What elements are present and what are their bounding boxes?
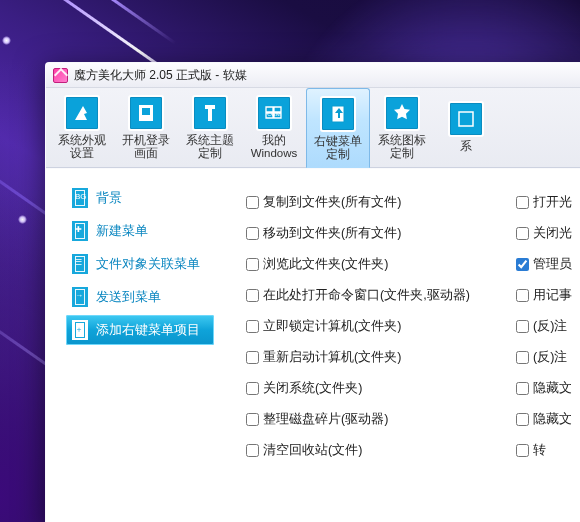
tab-appearance[interactable]: 系统外观 设置 bbox=[50, 87, 114, 167]
checkbox-label: (反)注 bbox=[533, 349, 567, 366]
sidebar-item-newmenu[interactable]: ✚新建菜单 bbox=[66, 216, 214, 246]
checkbox-input[interactable] bbox=[516, 196, 529, 209]
titlebar[interactable]: 魔方美化大师 2.05 正式版 - 软媒 bbox=[46, 63, 580, 88]
checkbox-option[interactable]: 复制到文件夹(所有文件) bbox=[246, 194, 506, 211]
checkbox-input[interactable] bbox=[516, 444, 529, 457]
checkbox-option[interactable]: 隐藏文 bbox=[516, 380, 580, 397]
checkbox-input[interactable] bbox=[246, 320, 259, 333]
toolbar-tabs: 系统外观 设置开机登录 画面系统主题 定制OEM我的 Windows右键菜单 定… bbox=[46, 88, 580, 168]
tab-boot[interactable]: 开机登录 画面 bbox=[114, 87, 178, 167]
checkbox-input[interactable] bbox=[516, 227, 529, 240]
checkbox-option[interactable]: 浏览此文件夹(文件夹) bbox=[246, 256, 506, 273]
checkbox-option[interactable]: 移动到文件夹(所有文件) bbox=[246, 225, 506, 242]
tab-label: 系统外观 设置 bbox=[58, 134, 106, 160]
checkbox-input[interactable] bbox=[246, 351, 259, 364]
checkbox-input[interactable] bbox=[516, 258, 529, 271]
checkbox-input[interactable] bbox=[246, 227, 259, 240]
checkbox-input[interactable] bbox=[516, 413, 529, 426]
checkbox-input[interactable] bbox=[516, 351, 529, 364]
appearance-icon bbox=[64, 95, 100, 131]
checkbox-input[interactable] bbox=[516, 320, 529, 333]
sysicon-icon bbox=[384, 95, 420, 131]
checkbox-option[interactable]: 立即锁定计算机(文件夹) bbox=[246, 318, 506, 335]
checkbox-option[interactable]: 打开光 bbox=[516, 194, 580, 211]
checkbox-input[interactable] bbox=[246, 258, 259, 271]
svg-text:OEM: OEM bbox=[267, 111, 281, 117]
tab-label: 系统主题 定制 bbox=[186, 134, 234, 160]
checkbox-option[interactable]: 用记事 bbox=[516, 287, 580, 304]
app-window: 魔方美化大师 2.05 正式版 - 软媒 系统外观 设置开机登录 画面系统主题 … bbox=[45, 62, 580, 522]
window-title: 魔方美化大师 2.05 正式版 - 软媒 bbox=[74, 67, 247, 84]
checkbox-option[interactable]: (反)注 bbox=[516, 318, 580, 335]
tab-mywin[interactable]: OEM我的 Windows bbox=[242, 87, 306, 167]
checkbox-label: 在此处打开命令窗口(文件夹,驱动器) bbox=[263, 287, 470, 304]
checkbox-option[interactable]: (反)注 bbox=[516, 349, 580, 366]
sidebar-item-sendto[interactable]: →发送到菜单 bbox=[66, 282, 214, 312]
checkbox-input[interactable] bbox=[516, 382, 529, 395]
tab-theme[interactable]: 系统主题 定制 bbox=[178, 87, 242, 167]
checkbox-option[interactable]: 整理磁盘碎片(驱动器) bbox=[246, 411, 506, 428]
sidebar-item-label: 新建菜单 bbox=[96, 223, 148, 240]
tab-label: 开机登录 画面 bbox=[122, 134, 170, 160]
checkbox-option[interactable]: 关闭系统(文件夹) bbox=[246, 380, 506, 397]
checkbox-label: 清空回收站(文件) bbox=[263, 442, 362, 459]
tab-label: 系统图标 定制 bbox=[378, 134, 426, 160]
checkbox-label: 立即锁定计算机(文件夹) bbox=[263, 318, 401, 335]
checkbox-input[interactable] bbox=[246, 444, 259, 457]
checkbox-label: 隐藏文 bbox=[533, 380, 572, 397]
doc-icon: ✚ bbox=[72, 221, 88, 241]
checkbox-option[interactable]: 管理员 bbox=[516, 256, 580, 273]
content-area: BG背景✚新建菜单☰文件对象关联菜单→发送到菜单＋添加右键菜单项目 复制到文件夹… bbox=[46, 169, 580, 522]
doc-icon: BG bbox=[72, 188, 88, 208]
checkbox-label: 浏览此文件夹(文件夹) bbox=[263, 256, 388, 273]
checkbox-option[interactable]: 重新启动计算机(文件夹) bbox=[246, 349, 506, 366]
checkbox-label: 重新启动计算机(文件夹) bbox=[263, 349, 401, 366]
checkbox-input[interactable] bbox=[246, 413, 259, 426]
boot-icon bbox=[128, 95, 164, 131]
checkbox-option[interactable]: 关闭光 bbox=[516, 225, 580, 242]
tab-label: 系 bbox=[460, 140, 472, 153]
checkbox-label: 关闭光 bbox=[533, 225, 572, 242]
tab-more[interactable]: 系 bbox=[434, 87, 498, 167]
checkbox-label: 关闭系统(文件夹) bbox=[263, 380, 362, 397]
checkbox-label: 复制到文件夹(所有文件) bbox=[263, 194, 401, 211]
checkbox-label: 用记事 bbox=[533, 287, 572, 304]
tab-context[interactable]: 右键菜单 定制 bbox=[306, 88, 370, 168]
tab-label: 右键菜单 定制 bbox=[314, 135, 362, 161]
doc-icon: ☰ bbox=[72, 254, 88, 274]
checkbox-grid: 复制到文件夹(所有文件)打开光移动到文件夹(所有文件)关闭光浏览此文件夹(文件夹… bbox=[222, 169, 580, 522]
checkbox-label: 整理磁盘碎片(驱动器) bbox=[263, 411, 388, 428]
checkbox-label: 打开光 bbox=[533, 194, 572, 211]
checkbox-label: 隐藏文 bbox=[533, 411, 572, 428]
checkbox-label: (反)注 bbox=[533, 318, 567, 335]
checkbox-label: 移动到文件夹(所有文件) bbox=[263, 225, 401, 242]
checkbox-input[interactable] bbox=[516, 289, 529, 302]
checkbox-label: 转 bbox=[533, 442, 546, 459]
sidebar: BG背景✚新建菜单☰文件对象关联菜单→发送到菜单＋添加右键菜单项目 bbox=[46, 169, 222, 522]
sidebar-item-bg[interactable]: BG背景 bbox=[66, 183, 214, 213]
tab-sysicon[interactable]: 系统图标 定制 bbox=[370, 87, 434, 167]
checkbox-option[interactable]: 清空回收站(文件) bbox=[246, 442, 506, 459]
sidebar-item-label: 发送到菜单 bbox=[96, 289, 161, 306]
checkbox-input[interactable] bbox=[246, 382, 259, 395]
sidebar-item-label: 添加右键菜单项目 bbox=[96, 322, 200, 339]
checkbox-option[interactable]: 隐藏文 bbox=[516, 411, 580, 428]
checkbox-option[interactable]: 在此处打开命令窗口(文件夹,驱动器) bbox=[246, 287, 506, 304]
checkbox-label: 管理员 bbox=[533, 256, 572, 273]
sidebar-item-addctx[interactable]: ＋添加右键菜单项目 bbox=[66, 315, 214, 345]
context-icon bbox=[320, 96, 356, 132]
sidebar-item-label: 文件对象关联菜单 bbox=[96, 256, 200, 273]
checkbox-input[interactable] bbox=[246, 289, 259, 302]
sidebar-item-assoc[interactable]: ☰文件对象关联菜单 bbox=[66, 249, 214, 279]
checkbox-option[interactable]: 转 bbox=[516, 442, 580, 459]
app-icon bbox=[53, 68, 68, 83]
sidebar-item-label: 背景 bbox=[96, 190, 122, 207]
more-icon bbox=[448, 101, 484, 137]
mywin-icon: OEM bbox=[256, 95, 292, 131]
tab-label: 我的 Windows bbox=[251, 134, 298, 160]
doc-icon: ＋ bbox=[72, 320, 88, 340]
theme-icon bbox=[192, 95, 228, 131]
doc-icon: → bbox=[72, 287, 88, 307]
checkbox-input[interactable] bbox=[246, 196, 259, 209]
